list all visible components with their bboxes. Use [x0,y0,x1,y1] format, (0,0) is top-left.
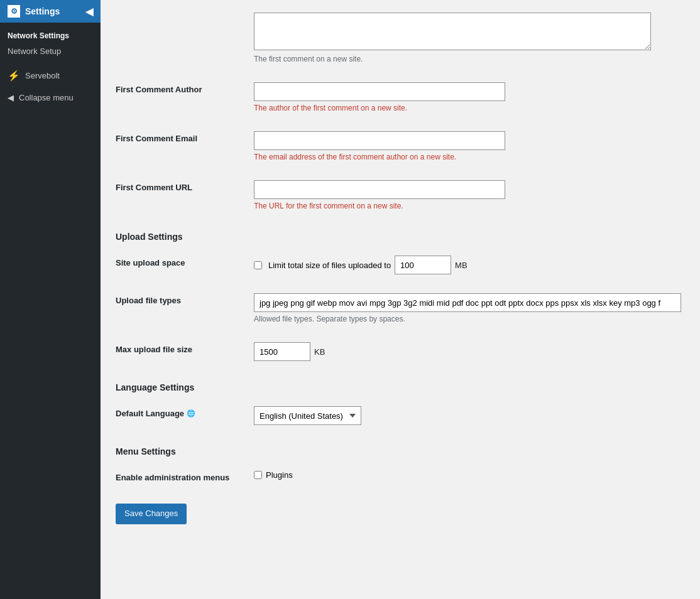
upload-limit-input[interactable] [395,256,451,274]
default-language-select[interactable]: English (United States) [254,406,361,425]
enable-admin-menus-row: Enable administration menus Plugins [116,470,651,488]
max-upload-input[interactable] [254,342,310,361]
first-comment-url-field: The URL for the first comment on a new s… [254,180,651,210]
max-upload-field: KB [254,342,651,361]
sidebar-title: Settings [25,6,60,16]
menu-settings-heading: Menu Settings [116,446,651,460]
collapse-arrow-icon: ◀ [85,6,93,18]
upload-file-types-description: Allowed file types. Separate types by sp… [254,315,681,323]
first-comment-email-input[interactable] [254,131,505,150]
first-comment-textarea[interactable] [254,13,651,50]
site-upload-space-label: Site upload space [116,256,254,267]
first-comment-author-field: The author of the first comment on a new… [254,82,651,112]
first-comment-url-label: First Comment URL [116,180,254,192]
default-language-field: English (United States) [254,406,651,425]
first-comment-url-description: The URL for the first comment on a new s… [254,202,651,210]
site-upload-space-row: Site upload space Limit total size of fi… [116,256,651,281]
max-upload-row: Max upload file size KB [116,342,651,367]
sidebar-item-network-setup[interactable]: Network Setup [0,43,101,60]
first-comment-email-field: The email address of the first comment a… [254,131,651,161]
collapse-menu-button[interactable]: ◀ Collapse menu [0,88,101,107]
network-settings-label: Network Settings [0,23,101,43]
plugins-checkbox[interactable] [254,471,262,479]
default-language-label: Default Language 🌐 [116,406,254,418]
sidebar-header[interactable]: ⚙ Settings ◀ [0,0,101,23]
main-content: The first comment on a new site. First C… [101,0,700,599]
upload-file-types-input[interactable] [254,293,681,312]
first-comment-url-row: First Comment URL The URL for the first … [116,180,651,217]
first-comment-row: The first comment on a new site. [116,13,651,70]
upload-limit-unit: MB [455,261,468,270]
max-upload-label: Max upload file size [116,342,254,354]
first-comment-email-label: First Comment Email [116,131,254,143]
settings-icon: ⚙ [8,5,20,18]
enable-admin-menus-label: Enable administration menus [116,470,254,482]
plugins-label: Plugins [266,470,293,480]
upload-settings-heading: Upload Settings [116,232,651,246]
upload-file-types-row: Upload file types Allowed file types. Se… [116,293,651,330]
first-comment-author-label: First Comment Author [116,82,254,94]
sidebar-item-servebolt[interactable]: ⚡ Servebolt [0,63,101,88]
first-comment-label [116,13,254,15]
first-comment-author-row: First Comment Author The author of the f… [116,82,651,119]
first-comment-description: The first comment on a new site. [254,55,651,63]
first-comment-url-input[interactable] [254,180,505,199]
save-changes-section: Save Changes [116,504,651,524]
first-comment-email-description: The email address of the first comment a… [254,153,651,161]
plugins-checkbox-row: Plugins [254,470,651,480]
limit-text: Limit total size of files uploaded to [268,261,391,270]
collapse-icon: ◀ [8,93,14,102]
max-upload-unit: KB [314,347,325,357]
first-comment-email-row: First Comment Email The email address of… [116,131,651,168]
servebolt-icon: ⚡ [8,70,20,82]
language-settings-heading: Language Settings [116,382,651,396]
first-comment-author-description: The author of the first comment on a new… [254,104,651,112]
sidebar: ⚙ Settings ◀ Network Settings Network Se… [0,0,101,599]
limit-upload-checkbox[interactable] [254,261,262,269]
site-upload-space-field: Limit total size of files uploaded to MB [254,256,651,274]
language-icon: 🌐 [187,409,195,418]
upload-file-types-field: Allowed file types. Separate types by sp… [254,293,681,323]
default-language-row: Default Language 🌐 English (United State… [116,406,651,431]
first-comment-author-input[interactable] [254,82,505,101]
max-upload-controls: KB [254,342,651,361]
first-comment-field: The first comment on a new site. [254,13,651,63]
save-changes-button[interactable]: Save Changes [116,504,187,524]
upload-space-controls: Limit total size of files uploaded to MB [254,256,651,274]
enable-admin-menus-field: Plugins [254,470,651,480]
upload-file-types-label: Upload file types [116,293,254,305]
